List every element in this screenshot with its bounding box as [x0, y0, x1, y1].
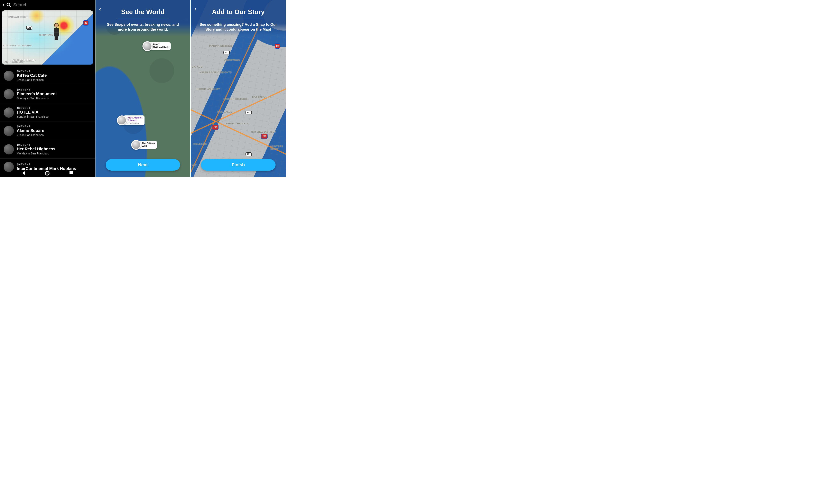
event-type: EVENT	[20, 125, 31, 128]
story-label: Walk	[142, 145, 155, 148]
event-type: EVENT	[20, 88, 31, 91]
route-shield-101: 101	[223, 51, 229, 54]
event-title: Pioneer's Monument	[17, 92, 91, 96]
back-icon[interactable]: ‹	[99, 6, 101, 12]
event-item[interactable]: 👀EVENT Her Rebel Highness Monday in San …	[0, 140, 95, 159]
eyes-icon: 👀	[17, 125, 19, 128]
onboarding-add-story: MARINA DISTRICT CHINATOWN LOWER PACIFIC …	[191, 0, 286, 177]
search-input[interactable]: Search	[13, 2, 28, 8]
route-shield-101: 101	[245, 152, 252, 156]
route-shield-i80: 80	[83, 20, 88, 26]
event-item[interactable]: 👀EVENT Alamo Square 21h in San Francisco	[0, 122, 95, 140]
svg-point-0	[7, 3, 10, 6]
district-label: BERNAL HEIGHTS	[225, 122, 248, 125]
bitmoji-avatar[interactable]	[53, 23, 60, 39]
eyes-icon: 👀	[17, 163, 19, 166]
event-item[interactable]: 👀EVENT KitTea Cat Cafe 22h in San Franci…	[0, 67, 95, 85]
district-label: MISSION DISTRICT	[223, 98, 247, 101]
story-label: Kids Against	[127, 116, 142, 119]
finish-button[interactable]: Finish	[201, 159, 275, 171]
story-thumb	[131, 140, 141, 150]
story-pin-kids[interactable]: Kids Against Tobacco FEATURED	[117, 115, 144, 125]
eyes-icon: 👀	[17, 143, 19, 146]
district-label: POTRERO HILL	[252, 96, 271, 99]
story-label: The Citizen	[142, 142, 155, 145]
event-item[interactable]: 👀EVENT Pioneer's Monument Sunday in San …	[0, 85, 95, 103]
event-thumb	[4, 162, 14, 172]
district-label: DIO ACE	[191, 65, 202, 68]
next-button[interactable]: Next	[106, 159, 180, 171]
event-title: KitTea Cat Cafe	[17, 73, 91, 78]
story-label: Tobacco	[127, 119, 142, 122]
eyes-icon: 👀	[17, 107, 19, 110]
svg-line-1	[9, 6, 11, 7]
eyes-icon: 👀	[17, 88, 19, 91]
events-panel: ‹ Search MARINA DISTRICT CHINATOWN LOWER…	[0, 0, 95, 177]
district-label: INGLESIDE	[193, 143, 207, 145]
story-label: National Park	[153, 46, 169, 49]
story-pin-banff[interactable]: Banff National Park	[142, 41, 171, 51]
event-type: EVENT	[20, 70, 31, 73]
nav-recents-icon[interactable]	[69, 171, 73, 174]
left-header: ‹ Search	[0, 0, 95, 10]
nav-home-icon[interactable]	[45, 171, 49, 175]
district-label: MARINA DISTRICT	[8, 16, 28, 18]
district-label: CHINATOWN	[39, 34, 53, 36]
route-shield-101: 101	[26, 26, 32, 30]
featured-badge: FEATURED	[127, 122, 142, 124]
event-item[interactable]: 👀EVENT HOTEL VIA Sunday in San Francisco	[0, 103, 95, 122]
onboarding-header: ‹ See the World See Snaps of events, bre…	[95, 0, 190, 36]
onboarding-header: ‹ Add to Our Story See something amazing…	[191, 0, 286, 36]
weather-label: 53 °F and Cloudy	[12, 58, 36, 62]
back-icon[interactable]: ‹	[2, 2, 4, 8]
onboarding-see-world: Can Banff National Park Kids Against Tob…	[95, 0, 191, 177]
event-subtitle: Sunday in San Francisco	[17, 97, 91, 100]
event-subtitle: 22h in San Francisco	[17, 78, 91, 82]
district-label: HAIGHT-ASHBURY	[3, 61, 23, 63]
story-label: Banff	[153, 43, 169, 46]
district-label: MARINA DISTRICT	[209, 45, 232, 47]
event-title: InterContinental Mark Hopkins	[17, 166, 91, 171]
route-shield-i80: 80	[275, 43, 280, 49]
event-thumb	[4, 144, 14, 154]
eyes-icon: 👀	[17, 70, 19, 73]
event-thumb	[4, 107, 14, 118]
district-label: NOE VALLEY	[217, 110, 234, 113]
event-thumb	[4, 89, 14, 99]
event-subtitle: Sunday in San Francisco	[17, 115, 91, 118]
onboarding-subtitle: See Snaps of events, breaking news, and …	[102, 22, 184, 32]
android-nav-bar	[0, 171, 95, 175]
district-label: HAIGHT ASHBURY	[196, 88, 220, 91]
district-label: BAYVIEW DISTRICT	[251, 130, 276, 133]
route-shield-101: 101	[245, 111, 252, 114]
nav-back-icon[interactable]	[22, 171, 25, 175]
onboarding-title: See the World	[102, 8, 184, 16]
route-shield-i280: 280	[261, 134, 267, 139]
search-icon[interactable]	[6, 2, 11, 7]
story-thumb	[142, 41, 152, 51]
story-pin-citizen[interactable]: The Citizen Walk	[131, 140, 157, 150]
event-list[interactable]: 👀EVENT KitTea Cat Cafe 22h in San Franci…	[0, 67, 95, 177]
onboarding-subtitle: See something amazing? Add a Snap to Our…	[197, 22, 279, 32]
event-subtitle: 21h in San Francisco	[17, 133, 91, 137]
event-title: Alamo Square	[17, 128, 91, 133]
event-type: EVENT	[20, 107, 31, 110]
onboarding-title: Add to Our Story	[197, 8, 280, 16]
district-label: City	[191, 163, 197, 166]
story-thumb	[117, 115, 127, 125]
event-title: Her Rebel Highness	[17, 147, 91, 151]
event-thumb	[4, 71, 14, 81]
event-type: EVENT	[20, 163, 31, 166]
district-label: LOWER PACIFIC HEIGHTS	[198, 71, 232, 74]
back-icon[interactable]: ‹	[194, 6, 196, 12]
district-label: LOWER PACIFIC HEIGHTS	[3, 44, 32, 47]
event-type: EVENT	[20, 143, 31, 146]
heatmap-preview[interactable]: MARINA DISTRICT CHINATOWN LOWER PACIFIC …	[2, 10, 93, 65]
route-shield-i280: 280	[212, 125, 218, 130]
event-subtitle: Monday in San Francisco	[17, 152, 91, 155]
event-title: HOTEL VIA	[17, 110, 91, 115]
district-label: CHINATOWN	[224, 59, 240, 62]
district-label: HUNTERS POINT	[270, 145, 286, 151]
event-thumb	[4, 126, 14, 136]
